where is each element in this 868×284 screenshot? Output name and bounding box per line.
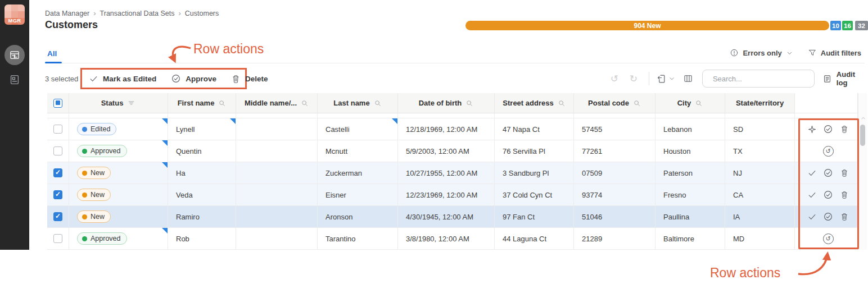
search-box[interactable] xyxy=(702,70,815,88)
manage-columns-button[interactable] xyxy=(683,74,693,84)
middle-name-cell[interactable] xyxy=(236,140,318,162)
row-checkbox[interactable] xyxy=(53,168,62,177)
column-search-icon[interactable] xyxy=(695,99,703,107)
breadcrumb-data-manager[interactable]: Data Manager xyxy=(45,10,89,17)
column-header-street-address[interactable]: Street address xyxy=(495,93,574,113)
tab-all[interactable]: All xyxy=(47,49,57,58)
state-cell[interactable]: NJ xyxy=(725,162,795,184)
first-name-cell[interactable]: Veda xyxy=(168,184,236,206)
first-name-cell[interactable]: Ramiro xyxy=(168,206,236,228)
date-of-birth-cell[interactable]: 10/27/1955, 12:00 AM xyxy=(398,162,495,184)
column-header-status[interactable]: Status xyxy=(69,93,168,113)
column-search-icon[interactable] xyxy=(218,99,226,107)
row-checkbox[interactable] xyxy=(53,146,62,155)
row-select-cell[interactable] xyxy=(47,206,69,228)
progress-badge-edited[interactable]: 10 xyxy=(830,21,841,30)
date-of-birth-cell[interactable]: 3/8/1980, 12:00 AM xyxy=(398,228,495,250)
date-of-birth-cell[interactable]: 12/23/1969, 12:00 AM xyxy=(398,184,495,206)
middle-name-cell[interactable] xyxy=(236,206,318,228)
row-checkbox[interactable] xyxy=(53,234,62,243)
mark-edited-row-button[interactable] xyxy=(806,210,818,223)
date-of-birth-cell[interactable]: 5/9/2003, 12:00 AM xyxy=(398,140,495,162)
row-checkbox[interactable] xyxy=(53,190,62,199)
delete-row-button[interactable] xyxy=(838,123,851,135)
city-cell[interactable]: Lebanon xyxy=(655,118,725,140)
city-cell[interactable]: Houston xyxy=(655,140,725,162)
street-address-cell[interactable]: 97 Fan Ct xyxy=(495,206,574,228)
filter-lines-icon[interactable] xyxy=(127,99,135,107)
mark-edited-row-button[interactable] xyxy=(806,189,818,201)
sidebar-item-data-tables[interactable] xyxy=(4,45,25,65)
mark-edited-row-button[interactable] xyxy=(806,167,818,179)
street-address-cell[interactable]: 76 Servilla Pl xyxy=(495,140,574,162)
undo-button[interactable]: ↺ xyxy=(607,73,622,85)
row-checkbox[interactable] xyxy=(53,212,62,221)
export-button[interactable] xyxy=(656,74,667,84)
approve-button[interactable]: Approve xyxy=(171,74,216,84)
table-row[interactable]: Approved Quentin Mcnutt 5/9/2003, 12:00 … xyxy=(47,140,858,162)
column-search-icon[interactable] xyxy=(558,99,566,107)
sidebar-item-catalog[interactable] xyxy=(8,73,21,86)
middle-name-cell[interactable] xyxy=(236,162,318,184)
postal-code-cell[interactable]: 57455 xyxy=(574,118,655,140)
street-address-cell[interactable]: 44 Laguna Ct xyxy=(495,228,574,250)
audit-filters-button[interactable]: Audit filters xyxy=(808,48,861,57)
first-name-cell[interactable]: Rob xyxy=(168,228,236,250)
column-header-middle-name[interactable]: Middle name/... xyxy=(236,93,318,113)
row-select-cell[interactable] xyxy=(47,184,69,206)
delete-row-button[interactable] xyxy=(838,167,851,179)
state-cell[interactable]: CA xyxy=(725,184,795,206)
approve-row-button[interactable] xyxy=(822,123,834,135)
breadcrumb-transactional-data-sets[interactable]: Transactional Data Sets xyxy=(100,10,175,17)
middle-name-cell[interactable] xyxy=(236,228,318,250)
row-checkbox[interactable] xyxy=(53,125,62,134)
vertical-scrollbar[interactable] xyxy=(858,93,867,250)
select-all-checkbox[interactable] xyxy=(53,99,62,108)
row-select-cell[interactable] xyxy=(47,140,69,162)
state-cell[interactable]: MD xyxy=(725,228,795,250)
state-cell[interactable]: TX xyxy=(725,140,795,162)
first-name-cell[interactable]: Quentin xyxy=(168,140,236,162)
city-cell[interactable]: Paterson xyxy=(655,162,725,184)
state-cell[interactable]: IA xyxy=(725,206,795,228)
middle-name-cell[interactable] xyxy=(236,184,318,206)
middle-name-cell[interactable] xyxy=(236,118,318,140)
mgr-logo[interactable]: MGR xyxy=(4,4,25,25)
first-name-cell[interactable]: Ha xyxy=(168,162,236,184)
search-input[interactable] xyxy=(713,75,812,83)
revert-row-button[interactable]: ↺ xyxy=(822,145,834,157)
column-header-first-name[interactable]: First name xyxy=(168,93,236,113)
row-select-cell[interactable] xyxy=(47,118,69,140)
street-address-cell[interactable]: 3 Sandburg Pl xyxy=(495,162,574,184)
audit-log-button[interactable]: Audit log xyxy=(822,70,868,87)
column-header-city[interactable]: City xyxy=(655,93,725,113)
last-name-cell[interactable]: Zuckerman xyxy=(318,162,398,184)
delete-row-button[interactable] xyxy=(838,189,851,201)
column-header-postal-code[interactable]: Postal code xyxy=(574,93,655,113)
row-select-cell[interactable] xyxy=(47,228,69,250)
postal-code-cell[interactable]: 07509 xyxy=(574,162,655,184)
column-search-icon[interactable] xyxy=(633,99,641,107)
postal-code-cell[interactable]: 51046 xyxy=(574,206,655,228)
last-name-cell[interactable]: Tarantino xyxy=(318,228,398,250)
redo-button[interactable]: ↻ xyxy=(626,73,641,85)
street-address-cell[interactable]: 47 Napa Ct xyxy=(495,118,574,140)
select-all-cell[interactable] xyxy=(47,93,69,113)
date-of-birth-cell[interactable]: 12/18/1969, 12:00 AM xyxy=(398,118,495,140)
table-row[interactable]: Approved Rob Tarantino 3/8/1980, 12:00 A… xyxy=(47,228,858,250)
column-header-date-of-birth[interactable]: Date of birth xyxy=(398,93,495,113)
table-row[interactable]: New Ramiro Aronson 4/30/1945, 12:00 AM 9… xyxy=(47,206,858,228)
state-cell[interactable]: SD xyxy=(725,118,795,140)
last-name-cell[interactable]: Eisner xyxy=(318,184,398,206)
progress-badge-other[interactable]: 32 xyxy=(855,21,868,30)
last-name-cell[interactable]: Aronson xyxy=(318,206,398,228)
column-header-last-name[interactable]: Last name xyxy=(318,93,398,113)
street-address-cell[interactable]: 37 Cold Cyn Ct xyxy=(495,184,574,206)
column-header-state-territory[interactable]: State/territory xyxy=(725,93,795,113)
city-cell[interactable]: Fresno xyxy=(655,184,725,206)
last-name-cell[interactable]: Castelli xyxy=(318,118,398,140)
last-name-cell[interactable]: Mcnutt xyxy=(318,140,398,162)
progress-segment-new[interactable]: 904 New xyxy=(465,21,829,30)
revert-row-button[interactable]: ↺ xyxy=(822,232,834,245)
table-row[interactable]: New Veda Eisner 12/23/1969, 12:00 AM 37 … xyxy=(47,184,858,206)
